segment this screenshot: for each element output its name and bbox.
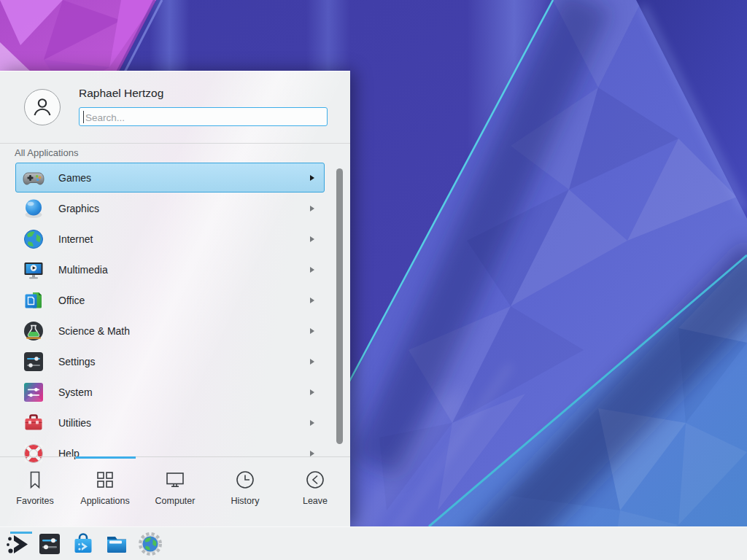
multimedia-monitor-icon xyxy=(22,258,45,281)
category-settings[interactable]: Settings xyxy=(15,346,325,376)
search-box[interactable] xyxy=(79,107,328,126)
submenu-arrow-icon xyxy=(310,328,314,334)
kde-launcher-icon xyxy=(4,531,31,557)
list-scrollbar[interactable] xyxy=(336,168,343,444)
category-label: Internet xyxy=(58,233,93,245)
settings-sliders-icon xyxy=(22,350,45,373)
category-label: Graphics xyxy=(58,203,99,214)
category-label: Utilities xyxy=(58,417,91,429)
system-sliders-icon xyxy=(22,381,45,404)
computer-monitor-icon xyxy=(164,469,186,491)
tab-history[interactable]: History xyxy=(210,457,280,527)
leave-back-icon xyxy=(304,469,326,491)
web-browser-button[interactable] xyxy=(137,531,163,557)
favorites-bookmark-icon xyxy=(24,469,46,491)
category-office[interactable]: Office xyxy=(15,285,325,315)
file-manager-button[interactable] xyxy=(104,531,130,557)
taskbar-panel: ES 7:03 PM 4/24/21 xyxy=(0,526,747,560)
category-label: Science & Math xyxy=(58,325,130,337)
science-flask-icon xyxy=(22,319,45,343)
category-multimedia[interactable]: Multimedia xyxy=(15,254,325,284)
search-input[interactable] xyxy=(84,109,320,126)
user-name: Raphael Hertzog xyxy=(79,87,163,100)
history-clock-icon xyxy=(234,469,256,491)
user-avatar[interactable] xyxy=(24,89,61,125)
office-documents-icon xyxy=(22,289,45,312)
submenu-arrow-icon xyxy=(310,267,314,273)
utilities-toolbox-icon xyxy=(22,411,45,435)
desktop: Raphael Hertzog All Applications xyxy=(0,0,747,560)
section-label: All Applications xyxy=(15,147,78,158)
category-label: Multimedia xyxy=(58,264,108,276)
active-task-indicator xyxy=(10,532,32,534)
tab-favorites[interactable]: Favorites xyxy=(0,457,70,527)
tab-leave[interactable]: Leave xyxy=(280,457,350,527)
category-system[interactable]: System xyxy=(15,377,325,407)
gamepad-icon xyxy=(22,166,45,190)
dolphin-folder-icon xyxy=(104,531,130,557)
category-internet[interactable]: Internet xyxy=(15,224,325,254)
tab-label: Computer xyxy=(155,496,196,506)
tab-label: History xyxy=(231,496,260,506)
applications-grid-icon xyxy=(94,469,116,491)
system-settings-icon xyxy=(36,531,63,557)
application-launcher-button[interactable] xyxy=(4,531,31,557)
submenu-arrow-icon xyxy=(310,389,314,395)
category-games[interactable]: Games xyxy=(15,163,325,192)
category-label: Settings xyxy=(58,356,96,368)
tab-applications[interactable]: Applications xyxy=(70,457,140,527)
system-settings-button[interactable] xyxy=(36,531,63,557)
user-icon xyxy=(31,96,54,119)
application-launcher-menu: Raphael Hertzog All Applications xyxy=(0,71,350,526)
launcher-header: Raphael Hertzog xyxy=(0,71,350,143)
launcher-footer: Favorites Applications xyxy=(0,456,350,527)
category-label: System xyxy=(58,386,93,398)
globe-icon xyxy=(22,228,45,251)
discover-bag-icon xyxy=(70,531,96,557)
submenu-arrow-icon xyxy=(310,175,314,181)
category-science-math[interactable]: Science & Math xyxy=(15,316,325,346)
submenu-arrow-icon xyxy=(310,298,314,303)
browser-globe-gear-icon xyxy=(137,531,163,557)
tab-label: Leave xyxy=(303,496,328,506)
category-label: Games xyxy=(58,172,91,184)
tab-label: Applications xyxy=(80,496,129,506)
graphics-ball-icon xyxy=(22,197,45,220)
tab-label: Favorites xyxy=(16,496,53,506)
category-graphics[interactable]: Graphics xyxy=(15,193,325,223)
submenu-arrow-icon xyxy=(310,236,314,242)
category-utilities[interactable]: Utilities xyxy=(15,408,325,438)
submenu-arrow-icon xyxy=(310,420,314,426)
header-divider xyxy=(0,143,350,144)
submenu-arrow-icon xyxy=(310,451,314,456)
tab-computer[interactable]: Computer xyxy=(140,457,210,527)
submenu-arrow-icon xyxy=(310,359,314,365)
discover-button[interactable] xyxy=(70,531,96,557)
submenu-arrow-icon xyxy=(310,206,314,211)
category-label: Office xyxy=(58,295,85,306)
